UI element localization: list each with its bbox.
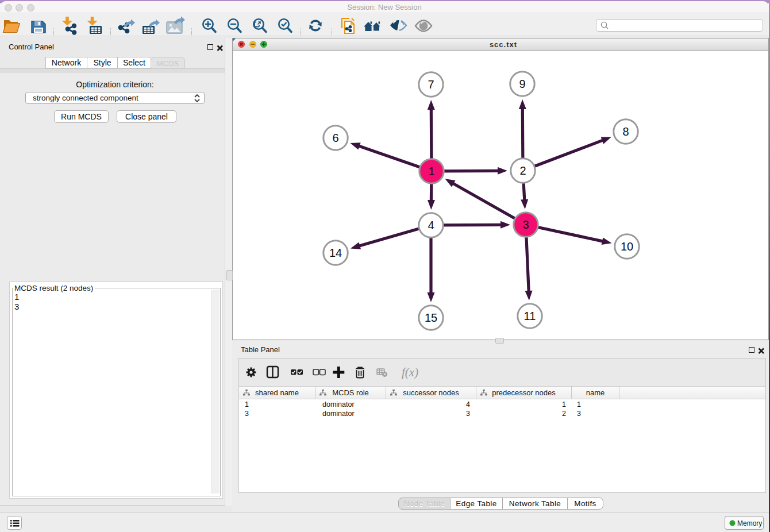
svg-text:1: 1	[428, 165, 434, 178]
svg-text:4: 4	[428, 219, 434, 232]
svg-text:10: 10	[621, 240, 633, 253]
svg-text:2: 2	[519, 164, 526, 177]
svg-text:11: 11	[524, 310, 536, 322]
svg-text:9: 9	[519, 78, 525, 90]
svg-text:3: 3	[522, 218, 529, 231]
svg-text:8: 8	[622, 125, 629, 138]
svg-text:15: 15	[425, 311, 437, 324]
svg-text:f(x): f(x)	[402, 365, 418, 379]
svg-text:14: 14	[329, 246, 342, 259]
svg-text:6: 6	[332, 132, 338, 144]
svg-text:7: 7	[428, 78, 434, 91]
